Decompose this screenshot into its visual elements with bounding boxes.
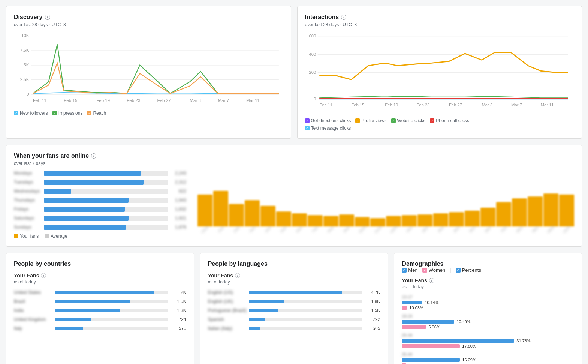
language-name-en-us: English (US) [208, 290, 249, 295]
demo-bar-label-women-25-34: 17.80% [462, 344, 476, 348]
demo-section-title: Your Fans i [402, 277, 574, 283]
hour-bar-wrap-21: 9PM [528, 196, 543, 231]
country-bar-wrap-us [55, 291, 168, 294]
language-bar-wrap-en-uk [249, 300, 362, 303]
language-bar-wrap-it [249, 327, 362, 330]
day-bar-wrap-thursday [44, 198, 168, 203]
demo-age-25-34: 25-34 [402, 333, 574, 337]
hour-bar-21 [528, 196, 543, 226]
svg-text:Feb 23: Feb 23 [416, 103, 429, 107]
website-clicks-check: ✓ [391, 118, 396, 123]
demo-bars-13-17: 10.14% 10.03% [402, 300, 574, 310]
hour-label-15: 3PM [437, 226, 444, 233]
discovery-title: Discovery i [14, 14, 283, 21]
discovery-svg: 10K 7.5K 5K 2.5K 0 Feb 11 Feb 15 Feb 19 … [14, 32, 283, 107]
hour-bar-wrap-12: 12PM [386, 216, 401, 231]
language-value-it: 565 [365, 326, 380, 331]
country-value-uk: 724 [171, 317, 186, 322]
hour-bars: 12AM 1AM 2AM 3AM 4AM [197, 171, 574, 239]
hour-label-18: 6PM [484, 226, 492, 233]
language-bar-wrap-es [249, 318, 362, 321]
country-value-brazil: 1.5K [171, 299, 186, 304]
hour-bar-2 [229, 204, 244, 226]
hour-bar-wrap-7: 7AM [308, 215, 323, 231]
hour-label-6: 6AM [296, 226, 303, 233]
hour-bar-wrap-22: 10PM [543, 193, 558, 231]
languages-title-text: People by languages [208, 261, 268, 267]
demo-bar-label-men-13-17: 10.14% [425, 300, 438, 305]
interactions-card: Interactions i over last 28 days · UTC–8… [297, 6, 582, 139]
demo-row-13-17: 13-17 10.14% 10.03% [402, 295, 574, 310]
fans-legend: Your fans Average [14, 234, 186, 239]
demo-divider: | [450, 267, 451, 273]
demo-bar-men-35-44 [402, 358, 460, 362]
demo-bars-25-34: 31.78% 17.80% [402, 339, 574, 348]
demo-info-icon[interactable]: i [429, 278, 434, 283]
day-value-tuesday: 2,312 [171, 180, 186, 185]
day-bar-monday [44, 171, 141, 176]
demo-bar-row-women-18-24: 5.06% [402, 325, 574, 329]
fans-online-info-icon[interactable]: i [91, 153, 96, 159]
demo-legend-women: ✓ Women [422, 267, 446, 273]
fans-legend-label-your-fans: Your fans [20, 234, 39, 239]
legend-reach-label: Reach [93, 111, 106, 116]
languages-info-icon[interactable]: i [235, 273, 240, 278]
country-row-uk: United Kingdom 724 [14, 317, 186, 322]
demo-bar-row-men-13-17: 10.14% [402, 300, 574, 305]
demo-check-percents[interactable]: ✓ [456, 268, 461, 273]
demo-age-18-24: 18-24 [402, 314, 574, 318]
day-row-friday: Fridays 1,832 [14, 207, 186, 212]
svg-text:Feb 23: Feb 23 [127, 98, 140, 103]
day-row-thursday: Thursdays 1,943 [14, 198, 186, 203]
demo-check-men[interactable]: ✓ [402, 268, 407, 273]
interactions-info-icon[interactable]: i [341, 15, 346, 20]
svg-text:7.5K: 7.5K [20, 48, 29, 53]
day-bar-saturday [44, 216, 129, 221]
country-bar-wrap-uk [55, 318, 168, 321]
day-label-wednesday: Wednesdays [14, 189, 44, 194]
legend-get-directions-label: Get directions clicks [311, 118, 351, 123]
countries-info-icon[interactable]: i [41, 273, 46, 278]
day-bar-wrap-friday [44, 207, 168, 212]
hour-bar-wrap-1: 1AM [213, 191, 228, 231]
day-label-thursday: Thursdays [14, 198, 44, 203]
discovery-title-text: Discovery [14, 14, 43, 21]
languages-section-title-text: Your Fans [208, 273, 233, 279]
demo-legend-percents: ✓ Percents [456, 267, 481, 273]
hour-label-20: 8PM [516, 226, 523, 233]
language-bar-wrap-pt-br [249, 309, 362, 312]
demo-bar-men-13-17 [402, 301, 422, 304]
hour-bar-wrap-17: 5PM [465, 211, 480, 231]
day-bar-wednesday [44, 189, 71, 194]
discovery-card: Discovery i over last 28 days · UTC–8 10… [6, 6, 291, 139]
demo-check-women[interactable]: ✓ [422, 268, 427, 273]
day-row-wednesday: Wednesdays 822 [14, 189, 186, 194]
svg-text:Feb 11: Feb 11 [319, 103, 332, 107]
discovery-info-icon[interactable]: i [45, 15, 50, 20]
demographics-title: Demographics [402, 261, 574, 267]
fans-legend-average: Average [45, 234, 67, 239]
language-value-en-us: 4.7K [365, 290, 380, 295]
day-label-monday: Mondays [14, 171, 44, 176]
language-name-it: Italian (Italy) [208, 326, 249, 331]
hour-label-9: 9AM [343, 226, 350, 233]
language-row-en-us: English (US) 4.7K [208, 290, 380, 295]
language-value-es: 792 [365, 317, 380, 322]
svg-text:Feb 27: Feb 27 [449, 103, 462, 107]
legend-text-clicks: ✓ Text message clicks [305, 126, 575, 131]
demo-age-35-44: 35-44 [402, 352, 574, 357]
hour-bar-1 [213, 191, 228, 226]
demographics-card: Demographics ✓ Men ✓ Women | ✓ Percents … [394, 253, 582, 364]
day-row-saturday: Saturdays 1,921 [14, 216, 186, 221]
hour-bar-wrap-6: 6AM [292, 213, 307, 231]
interactions-legend: ✓ Get directions clicks ✓ Profile views … [305, 118, 575, 131]
bottom-row: People by countries Your Fans i as of to… [6, 253, 582, 364]
language-row-en-uk: English (UK) 1.8K [208, 299, 380, 304]
svg-text:Mar 11: Mar 11 [246, 98, 260, 103]
legend-website-clicks-label: Website clicks [397, 118, 426, 123]
demo-section-title-text: Your Fans [402, 277, 427, 283]
fans-online-subtitle: over last 7 days [14, 161, 574, 166]
demo-bar-label-women-13-17: 10.03% [409, 306, 423, 310]
hour-bar-17 [465, 211, 480, 226]
language-value-pt-br: 1.5K [365, 308, 380, 313]
